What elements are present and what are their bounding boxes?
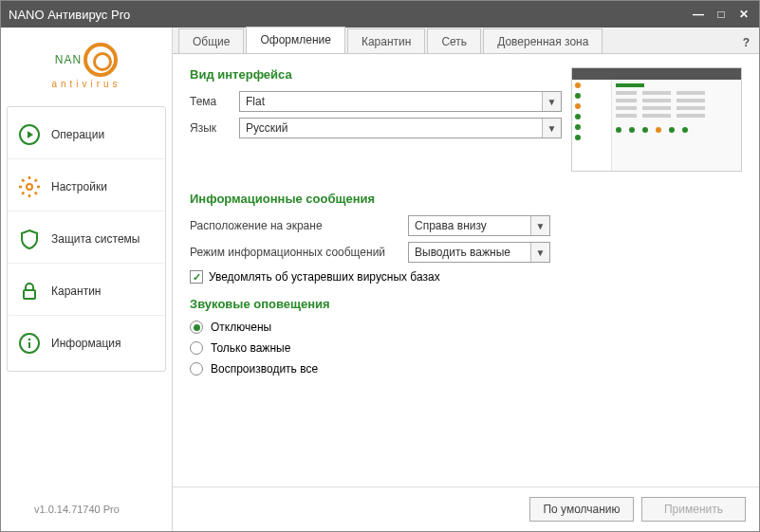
logo-subtitle: antivirus [10,79,162,89]
position-dropdown[interactable]: Справа внизу ▼ [408,215,550,236]
gear-icon [17,174,42,199]
radio-label: Воспроизводить все [211,362,318,376]
close-button[interactable]: ✕ [736,8,751,21]
sidebar-item-label: Операции [51,128,104,141]
mode-label: Режим информационных сообщений [190,246,408,259]
maximize-button[interactable]: □ [714,8,729,21]
theme-dropdown[interactable]: Flat ▼ [239,91,562,112]
sidebar-item-label: Карантин [51,284,101,298]
apply-button[interactable]: Применить [641,497,746,522]
default-button[interactable]: По умолчанию [529,497,634,522]
help-icon[interactable]: ? [733,32,759,53]
logo-swirl-icon [83,43,118,77]
sidebar-item-label: Настройки [51,180,107,193]
shield-icon [17,227,42,251]
version-label: v1.0.14.71740 Pro [34,504,120,515]
app-window: NANO Антивирус Pro — □ ✕ NAN antivirus [0,0,760,532]
sidebar-item-quarantine[interactable]: Карантин [8,267,165,316]
sound-option-all[interactable]: Воспроизводить все [190,362,742,376]
tab-appearance[interactable]: Оформление [246,27,344,53]
sound-option-disabled[interactable]: Отключены [190,321,742,334]
checkbox-icon: ✓ [190,270,203,284]
position-value: Справа внизу [415,219,487,232]
notify-outdated-label: Уведомлять об устаревших вирусных базах [209,270,440,284]
tab-network[interactable]: Сеть [427,28,481,53]
play-icon [17,122,42,147]
radio-icon [190,321,203,334]
svg-rect-6 [28,342,30,348]
logo: NAN antivirus [7,35,166,102]
sidebar-nav: Операции Настройки Защита системы [7,106,166,372]
mode-value: Выводить важные [415,246,510,259]
radio-icon [190,341,203,355]
language-value: Русский [246,121,288,135]
sidebar-item-information[interactable]: Информация [8,320,165,367]
language-dropdown[interactable]: Русский ▼ [239,118,562,138]
titlebar: NANO Антивирус Pro — □ ✕ [1,1,759,28]
radio-label: Только важные [211,341,290,355]
sidebar-item-protection[interactable]: Защита системы [8,215,165,264]
chevron-down-icon: ▼ [530,216,549,235]
chevron-down-icon: ▼ [530,243,549,262]
sidebar: NAN antivirus Операции Настройки [1,28,172,531]
logo-text: NAN [55,53,82,66]
notify-outdated-checkbox-row[interactable]: ✓ Уведомлять об устаревших вирусных база… [190,270,742,284]
sidebar-item-operations[interactable]: Операции [8,111,165,159]
position-label: Расположение на экране [190,219,408,232]
radio-label: Отключены [211,321,271,334]
sidebar-item-label: Информация [51,337,120,350]
theme-value: Flat [246,95,265,108]
radio-icon [190,362,203,376]
sound-radio-group: Отключены Только важные Воспроизводить в… [190,321,742,376]
minimize-button[interactable]: — [691,8,706,21]
info-icon [17,331,42,356]
svg-point-5 [28,339,31,341]
theme-label: Тема [190,95,239,108]
tab-general[interactable]: Общие [178,28,244,53]
tab-trusted[interactable]: Доверенная зона [483,28,602,53]
tab-quarantine[interactable]: Карантин [347,28,425,53]
tab-bar: Общие Оформление Карантин Сеть Доверенна… [173,28,759,54]
section-messages-title: Информационные сообщения [190,192,742,206]
lock-icon [17,279,42,303]
chevron-down-icon: ▼ [542,92,561,111]
sidebar-item-settings[interactable]: Настройки [8,163,165,211]
footer: По умолчанию Применить [173,486,759,531]
svg-marker-1 [28,131,33,138]
language-label: Язык [190,121,239,135]
theme-preview [571,67,742,172]
window-controls: — □ ✕ [691,8,751,21]
svg-point-2 [27,184,32,190]
sidebar-item-label: Защита системы [51,232,139,246]
chevron-down-icon: ▼ [542,119,561,138]
section-sound-title: Звуковые оповещения [190,297,742,311]
window-title: NANO Антивирус Pro [9,8,691,22]
sound-option-important[interactable]: Только важные [190,341,742,355]
mode-dropdown[interactable]: Выводить важные ▼ [408,242,550,263]
tab-content: Вид интерфейса Тема Flat ▼ Язык Русский … [173,54,759,486]
main-area: Общие Оформление Карантин Сеть Доверенна… [172,28,759,531]
svg-rect-3 [24,290,35,299]
